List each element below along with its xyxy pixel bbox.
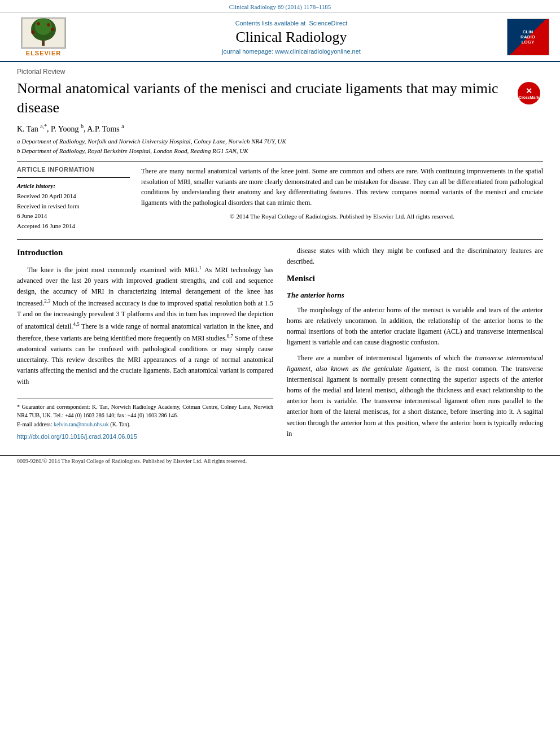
footnote-guarantor: * Guarantor and correspondent: K. Tan, N… xyxy=(17,403,273,420)
divider-1 xyxy=(17,161,543,161)
body-col-right: disease states with which they might be … xyxy=(287,246,543,444)
body-col-left: Introduction The knee is the joint most … xyxy=(17,246,273,444)
journal-header: ELSEVIER Contents lists available at Sci… xyxy=(0,13,560,62)
intro-p1: The knee is the joint most commonly exam… xyxy=(17,264,273,387)
menisci-p2: There are a number of intermeniscal liga… xyxy=(287,353,543,440)
affiliation-a: a Department of Radiology, Norfolk and N… xyxy=(17,137,543,146)
sciencedirect-prefix: Contents lists available at xyxy=(235,20,306,27)
svg-point-7 xyxy=(47,23,50,27)
email-suffix: (K. Tan). xyxy=(110,421,130,427)
info-divider xyxy=(17,177,130,178)
received-revised-label: Received in revised form xyxy=(17,202,130,212)
crossmark-badge[interactable]: ✕ CrossMark xyxy=(518,82,543,107)
menisci-italic-term: transverse intermeniscal ligament, also … xyxy=(287,354,543,373)
body-columns: Introduction The knee is the joint most … xyxy=(17,246,543,444)
email-label: E-mail address: xyxy=(17,421,52,427)
svg-point-3 xyxy=(35,18,52,35)
article-history-label: Article history: xyxy=(17,182,130,189)
affiliations: a Department of Radiology, Norfolk and N… xyxy=(17,137,543,155)
article-type: Pictorial Review xyxy=(17,68,543,76)
anterior-horns-subheading: The anterior horns xyxy=(287,290,543,302)
abstract-area: There are many normal anatomical variant… xyxy=(141,166,543,231)
journal-name: Clinical Radiology xyxy=(80,29,502,46)
svg-point-4 xyxy=(31,30,34,34)
journal-title-area: Contents lists available at ScienceDirec… xyxy=(80,20,502,55)
footnotes: * Guarantor and correspondent: K. Tan, N… xyxy=(17,399,273,429)
menisci-heading: Menisci xyxy=(287,272,543,285)
elsevier-tree-image xyxy=(21,18,66,49)
article-info-title: ARTICLE INFORMATION xyxy=(17,166,130,173)
journal-logo: CLINRADIOLOGY xyxy=(507,19,549,55)
revised-date: 6 June 2014 xyxy=(17,211,130,221)
sciencedirect-name[interactable]: ScienceDirect xyxy=(309,20,347,27)
divider-2 xyxy=(17,239,543,240)
sciencedirect-link[interactable]: Contents lists available at ScienceDirec… xyxy=(80,20,502,27)
doi-line[interactable]: http://dx.doi.org/10.1016/j.crad.2014.06… xyxy=(17,432,273,442)
crossmark-icon[interactable]: ✕ CrossMark xyxy=(518,82,540,104)
elsevier-logo: ELSEVIER xyxy=(21,18,66,56)
svg-point-6 xyxy=(37,22,40,25)
elsevier-logo-area: ELSEVIER xyxy=(7,18,80,56)
affiliation-b: b Department of Radiology, Royal Berkshi… xyxy=(17,146,543,156)
title-area: Normal anatomical variants of the menisc… xyxy=(17,79,543,117)
doi-url[interactable]: http://dx.doi.org/10.1016/j.crad.2014.06… xyxy=(17,433,137,440)
intro-heading: Introduction xyxy=(17,246,273,259)
footnote-email: E-mail address: kelvin.tan@nnuh.nhs.uk (… xyxy=(17,420,273,429)
sup-1: 1 xyxy=(199,265,202,270)
sup-45: 4,5 xyxy=(73,321,79,327)
article-title: Normal anatomical variants of the menisc… xyxy=(17,79,509,117)
article-content: Pictorial Review Normal anatomical varia… xyxy=(0,62,560,449)
menisci-p1: The morphology of the anterior horns of … xyxy=(287,305,543,348)
abstract-text: There are many normal anatomical variant… xyxy=(141,166,543,208)
sup-67: 6,7 xyxy=(227,333,233,339)
article-info-box: ARTICLE INFORMATION Article history: Rec… xyxy=(17,166,130,231)
abstract-copyright: © 2014 The Royal College of Radiologists… xyxy=(141,212,543,221)
citation-bar: Clinical Radiology 69 (2014) 1178–1185 xyxy=(0,0,560,13)
authors-line: K. Tan a,*, P. Yoong b, A.P. Toms a xyxy=(17,123,543,134)
citation-text: Clinical Radiology 69 (2014) 1178–1185 xyxy=(229,3,331,10)
svg-point-5 xyxy=(51,28,54,31)
issn-copyright: 0009-9260/© 2014 The Royal College of Ra… xyxy=(17,458,247,464)
received-date: Received 20 April 2014 xyxy=(17,191,130,202)
meta-abstract-area: ARTICLE INFORMATION Article history: Rec… xyxy=(17,166,543,231)
journal-logo-text: CLINRADIOLOGY xyxy=(520,29,535,45)
journal-homepage: journal homepage: www.clinicalradiologyo… xyxy=(80,48,502,55)
sup-23: 2,3 xyxy=(44,298,50,304)
bottom-bar: 0009-9260/© 2014 The Royal College of Ra… xyxy=(0,455,560,466)
journal-logo-area: CLINRADIOLOGY xyxy=(502,19,553,55)
accepted-date: Accepted 16 June 2014 xyxy=(17,221,130,231)
intro-p2-right: disease states with which they might be … xyxy=(287,246,543,267)
elsevier-wordmark: ELSEVIER xyxy=(26,50,61,56)
email-address[interactable]: kelvin.tan@nnuh.nhs.uk xyxy=(54,421,109,427)
